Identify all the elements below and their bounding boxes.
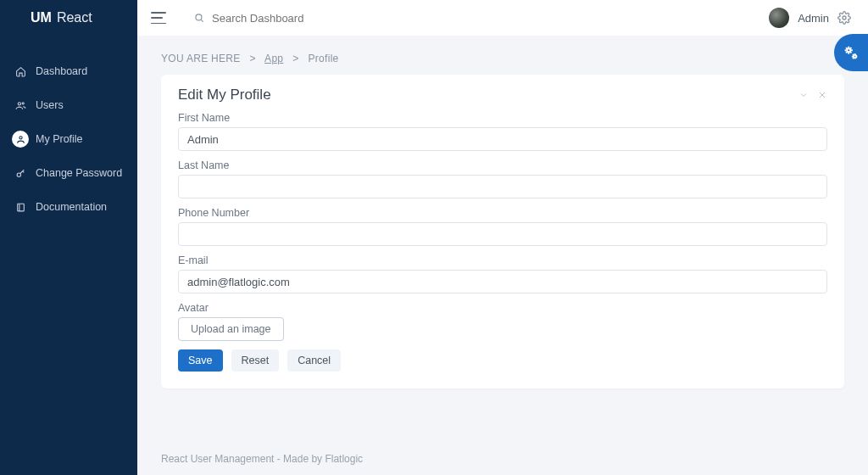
breadcrumb-prefix: YOU ARE HERE [161, 53, 241, 64]
search-icon [193, 12, 205, 24]
reset-button[interactable]: Reset [231, 349, 280, 372]
content: YOU ARE HERE > App > Profile Edit My Pro… [137, 36, 868, 475]
svg-point-0 [18, 102, 20, 104]
brand-um: UM [31, 10, 52, 25]
sidebar-item-users[interactable]: Users [0, 88, 137, 122]
svg-point-3 [17, 172, 20, 176]
sidebar-item-label: Change Password [36, 167, 122, 179]
sidebar-item-profile[interactable]: My Profile [0, 122, 137, 156]
email-label: E-mail [178, 254, 827, 266]
close-icon[interactable] [817, 90, 827, 100]
search-input[interactable] [212, 12, 381, 25]
svg-rect-4 [17, 204, 24, 211]
sidebar-item-change-password[interactable]: Change Password [0, 156, 137, 190]
settings-tab[interactable] [834, 34, 868, 71]
gears-icon [842, 43, 860, 62]
avatar-label: Avatar [178, 302, 827, 314]
sidebar-item-label: Documentation [36, 201, 107, 213]
phone-label: Phone Number [178, 207, 827, 219]
brand-react: React [57, 10, 92, 25]
search[interactable] [193, 12, 381, 25]
breadcrumb: YOU ARE HERE > App > Profile [161, 53, 844, 64]
hamburger-icon[interactable] [151, 12, 166, 24]
svg-point-6 [843, 16, 846, 20]
svg-point-2 [19, 136, 21, 138]
footer: React User Management - Made by Flatlogi… [161, 428, 844, 465]
first-name-label: First Name [178, 112, 827, 124]
last-name-input[interactable] [178, 175, 827, 198]
key-icon [12, 165, 29, 182]
sidebar-item-dashboard[interactable]: Dashboard [0, 54, 137, 88]
phone-input[interactable] [178, 222, 827, 246]
cancel-button[interactable]: Cancel [287, 349, 341, 372]
sidebar: UM React Dashboard Users My Profile [0, 0, 137, 475]
email-input[interactable] [178, 270, 827, 293]
main: Admin YOU ARE HERE > App > Profile Edit … [137, 0, 868, 475]
avatar[interactable] [769, 8, 789, 28]
brand: UM React [0, 0, 137, 36]
svg-point-1 [22, 102, 24, 103]
breadcrumb-app[interactable]: App [264, 53, 283, 64]
first-name-input[interactable] [178, 127, 827, 151]
sidebar-item-label: Dashboard [36, 65, 87, 77]
sidebar-item-documentation[interactable]: Documentation [0, 190, 137, 224]
home-icon [12, 63, 29, 80]
gear-icon[interactable] [837, 11, 851, 25]
person-icon [12, 131, 29, 148]
topbar: Admin [137, 0, 868, 36]
user-name: Admin [798, 12, 829, 25]
upload-avatar-button[interactable]: Upload an image [178, 317, 284, 341]
save-button[interactable]: Save [178, 349, 223, 372]
svg-point-5 [196, 14, 202, 20]
users-icon [12, 97, 29, 114]
profile-card: Edit My Profile First Name Last Name Pho… [161, 75, 844, 388]
sidebar-item-label: My Profile [36, 133, 83, 145]
svg-point-7 [847, 48, 850, 52]
chevron-down-icon[interactable] [798, 90, 809, 100]
nav: Dashboard Users My Profile Change Passwo… [0, 54, 137, 224]
sidebar-item-label: Users [36, 99, 64, 111]
breadcrumb-current: Profile [308, 53, 338, 64]
last-name-label: Last Name [178, 159, 827, 171]
card-title: Edit My Profile [178, 87, 271, 103]
book-icon [12, 198, 29, 215]
